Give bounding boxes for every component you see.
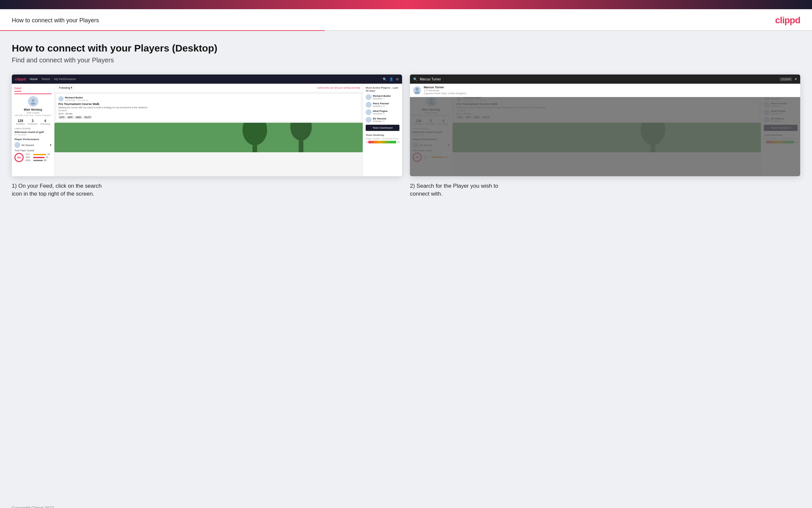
player-acts-3: Activities: 3 [373, 113, 387, 115]
ott-bar [33, 154, 46, 155]
heatmap-title: Team Heatmap [366, 134, 399, 136]
player-acts-2: Activities: 4 [373, 105, 389, 107]
quality-bar-arg: ARG 65 [26, 159, 50, 162]
search-results: Marcus Turner 1-5 Handicap Cypress Point… [410, 84, 800, 97]
heatmap-bar-row: -5 +5 [366, 141, 399, 143]
mini-nav-home: Home [30, 78, 37, 81]
latest-activity-date: 27 Jul 2022 [14, 134, 51, 136]
mini-stat-activities: 129 Activities [16, 119, 25, 125]
clear-button[interactable]: CLEAR [780, 78, 792, 81]
player-avatar-4 [366, 117, 372, 123]
caption-1-text: 1) On your Feed, click on the searchicon… [12, 183, 102, 197]
tag-arg: ARG [75, 116, 82, 119]
player-info-1: Richard Butler Activities: 7 [373, 94, 391, 100]
search-bar[interactable]: 🔍 Marcus Turner CLEAR × [410, 75, 800, 84]
player-name-1: Richard Butler [373, 94, 391, 97]
mini-app-1: clippd Home Teams My Performance 🔍 👤 ⚙ [12, 75, 402, 176]
app-label: APP [26, 156, 32, 159]
ott-num: 79 [47, 153, 50, 156]
activity-desc: Walking the course with my coach to buil… [58, 106, 359, 109]
copyright: Copyright Clippd 2022 [12, 505, 54, 508]
control-link[interactable]: Control who can see your activity and da… [317, 87, 360, 89]
activity-title: Pre Tournament Course Walk [58, 102, 359, 106]
user-icon: 👤 [389, 78, 393, 81]
search-icon-overlay: 🔍 [413, 78, 417, 81]
settings-icon: ⚙ [396, 78, 399, 81]
heatmap-max: +5 [397, 141, 399, 143]
duration-label: Duration [58, 109, 359, 112]
activity-avatar [58, 96, 64, 101]
player-avatar-2 [366, 102, 372, 108]
arg-label: ARG [26, 159, 32, 162]
activity-tags: OTT APP ARG PUTT [58, 116, 359, 119]
quality-bars: OTT 79 APP 70 [26, 153, 50, 162]
svg-point-26 [415, 91, 420, 94]
mini-feed-tab: Feed [14, 87, 21, 92]
player-perf-name: Eli Vincent [21, 144, 34, 147]
quality-row: 84 OTT 79 APP [14, 153, 51, 162]
mini-profile-club: Mill Ride Golf Club, United Kingdom [15, 114, 51, 117]
mini-stat-following: 4 Following [40, 119, 50, 125]
top-bar [0, 0, 812, 9]
search-icon[interactable]: 🔍 [383, 78, 387, 81]
golf-image [54, 123, 363, 152]
feed-underline [14, 93, 51, 94]
mini-body-1: Feed Blair McHarg Golf Coach Mill Ride G… [12, 84, 402, 176]
following-label: Following [40, 123, 50, 125]
mini-profile: Blair McHarg Golf Coach Mill Ride Golf C… [14, 96, 51, 117]
mini-nav-teams: Teams [41, 78, 50, 81]
player-item-1: Richard Butler Activities: 7 [366, 94, 399, 100]
app-num: 70 [46, 156, 48, 159]
caption-2: 2) Search for the Player you wish toconn… [410, 176, 800, 201]
quality-score: 84 [14, 153, 23, 162]
mini-team-heatmap: Team Heatmap Player Quality - 20 Round T… [366, 134, 399, 143]
activity-duration: 02 hr : 00 min [58, 113, 359, 115]
player-item-3: Hiral Pujara Activities: 3 [366, 109, 399, 115]
dropdown-icon[interactable]: ▾ [50, 143, 51, 147]
player-info-3: Hiral Pujara Activities: 3 [373, 110, 387, 115]
heatmap-min: -5 [366, 141, 368, 143]
quality-bar-ott: OTT 79 [26, 153, 50, 156]
page-title: How to connect with your Players [12, 17, 99, 24]
following-button[interactable]: Following ▾ [57, 86, 74, 90]
following-count: 4 [40, 119, 50, 123]
mini-nav-1: clippd Home Teams My Performance 🔍 👤 ⚙ [12, 75, 402, 84]
footer: Copyright Clippd 2022 [0, 500, 812, 508]
player-item-2: Piers Parnell Activities: 4 [366, 102, 399, 108]
player-performance-row: Eli Vincent ▾ [14, 142, 51, 148]
team-dashboard-btn[interactable]: Team Dashboard [366, 125, 399, 131]
activity-location: Yesterday - The Grove [65, 99, 88, 101]
arg-bar [33, 160, 43, 161]
close-button[interactable]: × [795, 77, 797, 81]
activity-card: Richard Butler Yesterday - The Grove Pre… [56, 94, 361, 121]
total-quality-label: Total Player Quality [14, 149, 51, 152]
search-result-item[interactable]: Marcus Turner 1-5 Handicap Cypress Point… [410, 84, 800, 97]
tag-ott: OTT [58, 116, 65, 119]
mini-nav-performance: My Performance [54, 78, 76, 81]
player-perf-avatar [14, 142, 20, 148]
latest-activity-label: Latest Activity [14, 127, 51, 130]
mini-right-panel: Most Active Players - Last 30 days Richa… [363, 84, 402, 176]
mini-profile-role: Golf Coach [26, 111, 39, 114]
activity-user: Richard Butler Yesterday - The Grove [65, 96, 88, 101]
search-input[interactable]: Marcus Turner [420, 78, 777, 81]
player-info-2: Piers Parnell Activities: 4 [373, 102, 389, 107]
player-name-2: Piers Parnell [373, 102, 389, 105]
logo: clippd [775, 15, 800, 26]
screenshot-frame-2: clippd Home Teams My Performance 🔍 👤 ⚙ F… [410, 75, 800, 176]
mini-stats: 129 Activities 3 Followers 4 Following [14, 119, 51, 125]
svg-rect-2 [54, 123, 363, 152]
header: How to connect with your Players clippd [0, 9, 812, 30]
caption-2-text: 2) Search for the Player you wish toconn… [410, 183, 498, 197]
player-info-4: Eli Vincent Activities: 1 [373, 117, 386, 122]
player-performance-title: Player Performance [14, 138, 51, 141]
player-item-4: Eli Vincent Activities: 1 [366, 117, 399, 123]
player-name-4: Eli Vincent [373, 117, 386, 120]
followers-label: Followers [28, 123, 38, 125]
main-content: How to connect with your Players (Deskto… [0, 31, 812, 500]
quality-bar-app: APP 70 [26, 156, 50, 159]
player-acts-4: Activities: 1 [373, 120, 386, 122]
player-avatar-1 [366, 94, 372, 100]
arg-num: 65 [44, 159, 47, 162]
ott-label: OTT [26, 153, 32, 156]
